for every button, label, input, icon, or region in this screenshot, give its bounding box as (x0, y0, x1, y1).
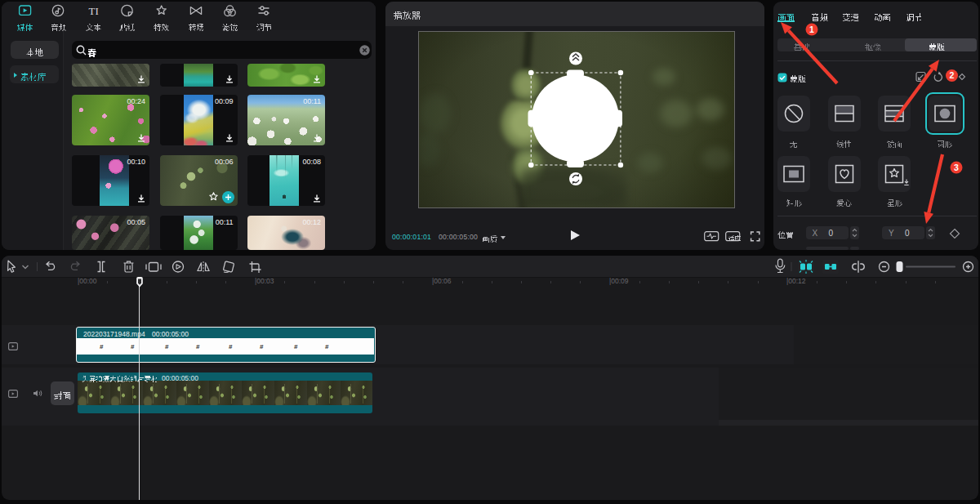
svg-text:3: 3 (954, 163, 959, 172)
svg-text:2: 2 (950, 70, 955, 80)
svg-text:1: 1 (809, 25, 814, 34)
